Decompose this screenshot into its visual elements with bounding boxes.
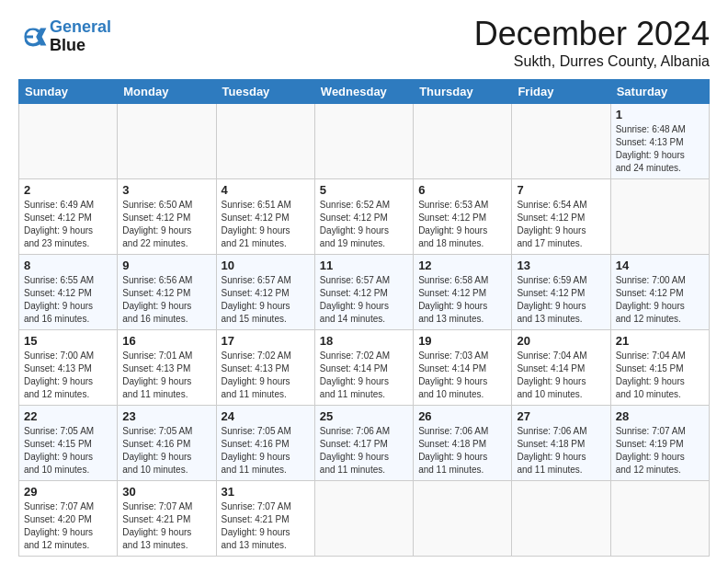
calendar-day-cell — [512, 481, 610, 557]
calendar-day-cell: 30Sunrise: 7:07 AMSunset: 4:21 PMDayligh… — [118, 481, 216, 557]
weekday-header-sunday: Sunday — [19, 80, 118, 104]
calendar-day-cell: 25Sunrise: 7:06 AMSunset: 4:17 PMDayligh… — [314, 406, 413, 481]
month-title: December 2024 — [474, 15, 710, 53]
calendar-empty-cell — [19, 104, 118, 179]
calendar-week-5: 22Sunrise: 7:05 AMSunset: 4:15 PMDayligh… — [19, 406, 710, 481]
weekday-header-friday: Friday — [512, 80, 610, 104]
calendar-week-2: 2Sunrise: 6:49 AMSunset: 4:12 PMDaylight… — [19, 179, 710, 255]
calendar-day-cell: 5Sunrise: 6:52 AMSunset: 4:12 PMDaylight… — [314, 179, 413, 255]
title-block: December 2024 Sukth, Durres County, Alba… — [474, 15, 710, 70]
calendar-day-cell: 9Sunrise: 6:56 AMSunset: 4:12 PMDaylight… — [118, 255, 216, 330]
calendar-day-cell: 29Sunrise: 7:07 AMSunset: 4:20 PMDayligh… — [19, 481, 118, 557]
calendar-day-cell: 20Sunrise: 7:04 AMSunset: 4:14 PMDayligh… — [512, 330, 610, 406]
weekday-header-row: SundayMondayTuesdayWednesdayThursdayFrid… — [19, 80, 710, 104]
calendar-empty-cell — [314, 104, 413, 179]
calendar-empty-cell — [118, 104, 216, 179]
weekday-header-tuesday: Tuesday — [216, 80, 314, 104]
calendar-week-1: 1Sunrise: 6:48 AMSunset: 4:13 PMDaylight… — [19, 104, 710, 179]
calendar-day-cell: 2Sunrise: 6:49 AMSunset: 4:12 PMDaylight… — [19, 179, 118, 255]
calendar-page: General Blue December 2024 Sukth, Durres… — [0, 0, 728, 563]
calendar-day-cell: 14Sunrise: 7:00 AMSunset: 4:12 PMDayligh… — [610, 255, 709, 330]
calendar-day-cell: 13Sunrise: 6:59 AMSunset: 4:12 PMDayligh… — [512, 255, 610, 330]
calendar-day-cell: 18Sunrise: 7:02 AMSunset: 4:14 PMDayligh… — [314, 330, 413, 406]
calendar-day-cell: 24Sunrise: 7:05 AMSunset: 4:16 PMDayligh… — [216, 406, 314, 481]
calendar-day-cell: 12Sunrise: 6:58 AMSunset: 4:12 PMDayligh… — [414, 255, 512, 330]
calendar-day-cell: 31Sunrise: 7:07 AMSunset: 4:21 PMDayligh… — [216, 481, 314, 557]
logo-icon — [18, 22, 48, 52]
calendar-day-cell: 28Sunrise: 7:07 AMSunset: 4:19 PMDayligh… — [610, 406, 709, 481]
calendar-day-cell: 22Sunrise: 7:05 AMSunset: 4:15 PMDayligh… — [19, 406, 118, 481]
calendar-empty-cell — [414, 104, 512, 179]
calendar-day-cell: 11Sunrise: 6:57 AMSunset: 4:12 PMDayligh… — [314, 255, 413, 330]
logo-text: General Blue — [50, 18, 111, 55]
calendar-day-cell: 23Sunrise: 7:05 AMSunset: 4:16 PMDayligh… — [118, 406, 216, 481]
logo: General Blue — [18, 18, 111, 55]
calendar-day-cell: 15Sunrise: 7:00 AMSunset: 4:13 PMDayligh… — [19, 330, 118, 406]
weekday-header-thursday: Thursday — [414, 80, 512, 104]
calendar-day-cell: 3Sunrise: 6:50 AMSunset: 4:12 PMDaylight… — [118, 179, 216, 255]
calendar-day-cell: 26Sunrise: 7:06 AMSunset: 4:18 PMDayligh… — [414, 406, 512, 481]
weekday-header-saturday: Saturday — [610, 80, 709, 104]
calendar-day-cell: 21Sunrise: 7:04 AMSunset: 4:15 PMDayligh… — [610, 330, 709, 406]
calendar-day-cell: 17Sunrise: 7:02 AMSunset: 4:13 PMDayligh… — [216, 330, 314, 406]
calendar-day-cell: 16Sunrise: 7:01 AMSunset: 4:13 PMDayligh… — [118, 330, 216, 406]
calendar-day-cell — [414, 481, 512, 557]
header: General Blue December 2024 Sukth, Durres… — [18, 15, 710, 70]
calendar-day-cell: 6Sunrise: 6:53 AMSunset: 4:12 PMDaylight… — [414, 179, 512, 255]
calendar-day-cell: 8Sunrise: 6:55 AMSunset: 4:12 PMDaylight… — [19, 255, 118, 330]
calendar-day-cell: 19Sunrise: 7:03 AMSunset: 4:14 PMDayligh… — [414, 330, 512, 406]
calendar-empty-cell — [216, 104, 314, 179]
calendar-empty-cell — [512, 104, 610, 179]
calendar-day-cell: 7Sunrise: 6:54 AMSunset: 4:12 PMDaylight… — [512, 179, 610, 255]
calendar-day-cell: 4Sunrise: 6:51 AMSunset: 4:12 PMDaylight… — [216, 179, 314, 255]
calendar-day-cell — [610, 481, 709, 557]
calendar-week-3: 8Sunrise: 6:55 AMSunset: 4:12 PMDaylight… — [19, 255, 710, 330]
calendar-day-cell: 27Sunrise: 7:06 AMSunset: 4:18 PMDayligh… — [512, 406, 610, 481]
calendar-week-4: 15Sunrise: 7:00 AMSunset: 4:13 PMDayligh… — [19, 330, 710, 406]
calendar-day-cell — [610, 179, 709, 255]
calendar-day-cell: 1Sunrise: 6:48 AMSunset: 4:13 PMDaylight… — [610, 104, 709, 179]
calendar-table: SundayMondayTuesdayWednesdayThursdayFrid… — [18, 79, 710, 557]
calendar-week-6: 29Sunrise: 7:07 AMSunset: 4:20 PMDayligh… — [19, 481, 710, 557]
location: Sukth, Durres County, Albania — [474, 53, 710, 70]
calendar-day-cell: 10Sunrise: 6:57 AMSunset: 4:12 PMDayligh… — [216, 255, 314, 330]
weekday-header-monday: Monday — [118, 80, 216, 104]
calendar-day-cell — [314, 481, 413, 557]
weekday-header-wednesday: Wednesday — [314, 80, 413, 104]
